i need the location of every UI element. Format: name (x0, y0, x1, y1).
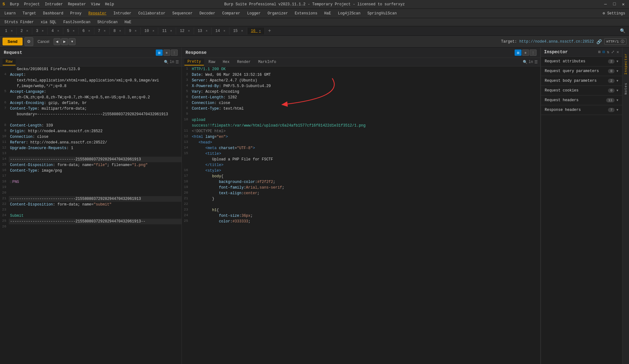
view-grid-button[interactable]: ⊞ (156, 49, 163, 56)
settings-gear-button[interactable]: ⚙ (24, 37, 33, 46)
menu-burp[interactable]: Burp (10, 2, 19, 7)
tab-15[interactable]: 15 × (229, 28, 247, 34)
nav-decoder[interactable]: Decoder (197, 10, 218, 17)
resp-view-list-button[interactable]: ≡ (522, 49, 529, 56)
ext-xiasql[interactable]: xia SQL (38, 19, 60, 25)
inspector-grid-icon[interactable]: ⊞ (598, 49, 601, 55)
menu-project[interactable]: Project (24, 2, 40, 7)
view-text-button[interactable]: ⋮ (171, 49, 178, 56)
request-menu-icon[interactable]: ☰ (176, 60, 179, 65)
req-line-accept1: text/html,application/xhtml+xml,applicat… (0, 78, 181, 83)
nav-dropdown-button[interactable]: ▼ (69, 38, 76, 45)
nav-learn[interactable]: Learn (1, 10, 19, 17)
nav-comparer[interactable]: Comparer (219, 10, 244, 17)
tab-1[interactable]: 1 × (1, 28, 17, 34)
target-link-icon[interactable]: 🔗 (596, 39, 602, 44)
tab-5[interactable]: 5 × (63, 28, 79, 34)
resp-line-8: 8 Content-Type: text/html (182, 106, 540, 112)
request-view-toggles: ⊞ ≡ ⋮ (156, 49, 178, 56)
tab-4[interactable]: 4 × (48, 28, 63, 34)
nav-log4j2scan[interactable]: Log4j2Scan (335, 10, 364, 17)
inspector-sort-icon[interactable]: ⇅ (607, 49, 609, 55)
inspector-row-req-cookies[interactable]: Request cookies 0 ▼ (541, 86, 622, 95)
tab-8[interactable]: 8 × (110, 28, 125, 34)
tab-7[interactable]: 7 × (94, 28, 110, 34)
resp-view-grid-button[interactable]: ⊞ (515, 49, 522, 56)
tab-search-icon[interactable]: 🔍 (617, 28, 628, 34)
tab-3[interactable]: 3 × (32, 28, 48, 34)
nav-hae[interactable]: HaE (321, 10, 334, 17)
resp-tab-pretty[interactable]: Pretty (184, 59, 204, 65)
nav-forward-button[interactable]: ▶ (61, 38, 68, 45)
resp-search-icon[interactable]: 🔍 (523, 60, 527, 65)
tab-9[interactable]: 9 × (125, 28, 140, 34)
resp-ln-icon[interactable]: ln (529, 60, 533, 65)
tab-14[interactable]: 14 × (212, 28, 229, 34)
resp-tab-hex[interactable]: Hex (220, 59, 233, 65)
nav-logger[interactable]: Logger (244, 10, 264, 17)
resp-line-21: 21 } (182, 196, 540, 202)
settings-button[interactable]: ⚙ Settings (600, 10, 628, 17)
ext-struts[interactable]: Struts Finder (1, 19, 37, 25)
inspector-row-req-attrs[interactable]: Request attributes 2 ▼ (541, 57, 622, 66)
tab-10[interactable]: 10 × (141, 28, 159, 34)
request-ln-icon[interactable]: ln (170, 60, 174, 65)
nav-intruder[interactable]: Intruder (110, 10, 135, 17)
http-version-badge[interactable]: HTTP/1 ⓘ (604, 38, 626, 45)
resp-view-text-button[interactable]: ⋮ (530, 49, 537, 56)
minimize-button[interactable]: — (602, 2, 609, 7)
request-search-icon[interactable]: 🔍 (164, 60, 169, 65)
tab-12[interactable]: 12 × (176, 28, 194, 34)
send-button[interactable]: Send (3, 38, 23, 45)
inspector-close-icon[interactable]: ✕ (616, 49, 619, 55)
resp-tab-render[interactable]: Render (234, 59, 254, 65)
inspector-badge-req-body: 2 (608, 79, 615, 83)
tab-2[interactable]: 2 × (17, 28, 32, 34)
nav-extensions[interactable]: Extensions (292, 10, 321, 17)
maximize-button[interactable]: □ (611, 2, 617, 7)
nav-organizer[interactable]: Organizer (265, 10, 291, 17)
nav-springvulscan[interactable]: SpringVulScan (364, 10, 400, 17)
menu-repeater[interactable]: Repeater (68, 2, 86, 7)
menu-help[interactable]: Help (105, 2, 114, 7)
ext-hae[interactable]: HaE (121, 19, 134, 25)
inspector-row-resp-headers[interactable]: Response headers 7 ▼ (541, 105, 622, 115)
request-tab-raw[interactable]: Raw (3, 59, 16, 65)
tab-add-button[interactable]: + (265, 27, 274, 35)
tab-11[interactable]: 11 × (158, 28, 176, 34)
tab-13[interactable]: 13 × (194, 28, 212, 34)
nav-repeater[interactable]: Repeater (85, 10, 110, 17)
view-list-button[interactable]: ≡ (163, 49, 170, 56)
cancel-button[interactable]: Cancel (35, 38, 52, 45)
side-tab-inspector[interactable]: Inspector (623, 51, 629, 77)
close-button[interactable]: ✕ (620, 2, 626, 7)
tab-6[interactable]: 6 × (79, 28, 94, 34)
menu-intruder[interactable]: Intruder (45, 2, 63, 7)
nav-target[interactable]: Target (19, 10, 39, 17)
resp-line-11: 11 <!DOCTYPE html> (182, 128, 540, 134)
resp-tab-raw[interactable]: Raw (205, 59, 218, 65)
resp-line-12: 12 <html lang="en"> (182, 134, 540, 140)
nav-dashboard[interactable]: Dashboard (40, 10, 66, 17)
ext-shiroscan[interactable]: ShiroScan (94, 19, 121, 25)
req-line-22: 22 Content-Disposition: form-data; name=… (0, 202, 181, 207)
tab-16[interactable]: 16 × (247, 28, 265, 34)
nav-back-button[interactable]: ◀ (54, 38, 60, 45)
inspector-row-req-headers[interactable]: Request headers 11 ▼ (541, 96, 622, 105)
menu-view[interactable]: View (91, 2, 100, 7)
request-tab-right-icons: 🔍 ln ☰ (164, 60, 179, 65)
nav-proxy[interactable]: Proxy (67, 10, 85, 17)
inspector-active-icon[interactable]: ⊟ (603, 49, 605, 55)
nav-collaborator[interactable]: Collaborator (135, 10, 168, 17)
inspector-expand-icon[interactable]: ⤢ (611, 49, 615, 55)
ext-fastjsonscan[interactable]: FastJsonScan (60, 19, 93, 25)
inspector-row-req-query[interactable]: Request query parameters 0 ▼ (541, 66, 622, 76)
resp-line-1: 1 HTTP/1.1 200 OK (182, 66, 540, 72)
resp-menu-icon[interactable]: ☰ (534, 60, 538, 65)
inspector-row-req-cookies-right: 0 ▼ (608, 88, 618, 93)
nav-sequencer[interactable]: Sequencer (169, 10, 196, 17)
inspector-row-resp-headers-right: 7 ▼ (608, 108, 618, 112)
resp-tab-markinfo[interactable]: MarkInfo (255, 59, 280, 65)
inspector-row-req-body[interactable]: Request body parameters 2 ▼ (541, 76, 622, 86)
side-tab-notes[interactable]: Notes (623, 80, 629, 97)
